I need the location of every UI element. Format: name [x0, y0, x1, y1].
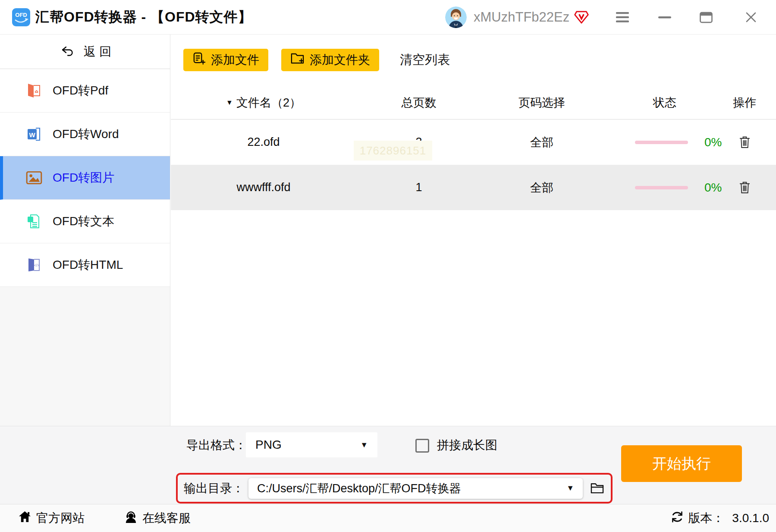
sort-desc-icon: ▼ — [226, 99, 233, 106]
output-directory-highlight: 输出目录： C:/Users/汇帮/Desktop/汇帮OFD转换器 ▼ — [176, 473, 613, 504]
sidebar-item-ofd-to-word[interactable]: W OFD转Word — [0, 113, 170, 156]
user-avatar[interactable] — [445, 6, 467, 28]
sidebar-item-label: OFD转HTML — [53, 257, 123, 273]
column-header-action: 操作 — [727, 95, 762, 110]
sidebar-item-label: OFD转图片 — [53, 170, 114, 186]
sidebar-item-ofd-to-text[interactable]: OFD转文本 — [0, 200, 170, 243]
version-info: 版本： 3.0.1.0 — [671, 510, 769, 526]
vip-badge-icon[interactable] — [574, 10, 589, 26]
add-folder-button[interactable]: 添加文件夹 — [281, 49, 379, 71]
sidebar-item-label: OFD转Word — [53, 126, 119, 142]
export-format-label: 导出格式： — [186, 433, 247, 458]
text-file-icon — [25, 212, 43, 230]
column-header-filename[interactable]: ▼ 文件名（2） — [171, 95, 356, 110]
stitch-long-image-checkbox[interactable] — [415, 439, 429, 453]
official-website-link[interactable]: 官方网站 — [18, 510, 85, 526]
toolbar: 添加文件 添加文件夹 清空列表 — [183, 49, 450, 71]
table-row: wwwfff.ofd 1 全部 0% — [171, 165, 776, 210]
page-count: 1 — [356, 181, 481, 194]
add-folder-label: 添加文件夹 — [310, 52, 370, 68]
online-support-link[interactable]: 在线客服 — [124, 510, 191, 526]
app-window: OFD 汇帮OFD转换器 - 【OFD转文件】 xMUzhTFb22Ez — [0, 0, 776, 532]
export-format-select[interactable]: PNG ▼ — [246, 432, 377, 457]
output-directory-select[interactable]: C:/Users/汇帮/Desktop/汇帮OFD转换器 ▼ — [248, 478, 583, 499]
column-header-status: 状态 — [602, 95, 727, 110]
sidebar: 返 回 OFD转Pdf W OFD转Word — [0, 35, 170, 426]
stitch-long-image-label: 拼接成长图 — [437, 433, 497, 458]
back-arrow-icon — [59, 43, 77, 61]
titlebar: OFD 汇帮OFD转换器 - 【OFD转文件】 xMUzhTFb22Ez — [0, 0, 776, 35]
status-cell: 0% — [602, 135, 727, 149]
close-button[interactable] — [741, 0, 761, 35]
official-website-label: 官方网站 — [36, 510, 85, 526]
add-file-button[interactable]: 添加文件 — [183, 49, 268, 71]
progress-bar — [635, 186, 688, 189]
sidebar-item-label: OFD转文本 — [53, 213, 114, 230]
chevron-down-icon: ▼ — [566, 484, 574, 493]
sidebar-item-ofd-to-pdf[interactable]: OFD转Pdf — [0, 69, 170, 113]
chevron-down-icon: ▼ — [360, 441, 368, 450]
maximize-button[interactable] — [696, 0, 716, 35]
minimize-button[interactable] — [655, 0, 675, 35]
online-support-label: 在线客服 — [142, 510, 191, 526]
file-name: wwwfff.ofd — [171, 181, 356, 194]
back-label: 返 回 — [84, 44, 111, 60]
status-cell: 0% — [602, 181, 727, 195]
progress-percent: 0% — [704, 181, 722, 195]
file-list-panel: 添加文件 添加文件夹 清空列表 ▼ 文件名（2） 总页数 页码选择 状 — [171, 35, 776, 426]
bottom-panel: 导出格式： PNG ▼ 拼接成长图 输出目录： C:/Users/汇帮/Desk… — [0, 426, 776, 504]
back-button[interactable]: 返 回 — [0, 35, 170, 69]
version-label: 版本： — [688, 510, 724, 526]
watermark-text: 1762896151 — [354, 141, 432, 161]
output-directory-value: C:/Users/汇帮/Desktop/汇帮OFD转换器 — [257, 481, 461, 496]
column-header-pages: 总页数 — [356, 95, 481, 110]
table-header: ▼ 文件名（2） 总页数 页码选择 状态 操作 — [171, 86, 776, 120]
window-title: 汇帮OFD转换器 - 【OFD转文件】 — [35, 0, 252, 35]
add-folder-icon — [290, 52, 305, 68]
word-icon: W — [25, 125, 43, 143]
version-value: 3.0.1.0 — [732, 511, 769, 525]
clear-list-button[interactable]: 清空列表 — [400, 51, 450, 69]
browse-folder-button[interactable] — [590, 482, 605, 495]
table-row: 22.ofd 3 全部 0% — [171, 120, 776, 165]
app-logo-icon: OFD — [12, 8, 30, 26]
output-directory-label: 输出目录： — [184, 480, 244, 497]
column-header-page-select: 页码选择 — [481, 95, 602, 110]
svg-text:OFD: OFD — [15, 12, 27, 18]
sidebar-item-label: OFD转Pdf — [53, 82, 108, 99]
sidebar-item-ofd-to-html[interactable]: </> OFD转HTML — [0, 243, 170, 287]
start-execute-button[interactable]: 开始执行 — [621, 445, 742, 482]
svg-text:</>: </> — [34, 263, 39, 268]
add-file-icon — [192, 52, 206, 68]
html-icon: </> — [25, 256, 43, 274]
page-select-value[interactable]: 全部 — [481, 135, 602, 150]
menu-icon[interactable] — [613, 0, 632, 35]
headset-person-icon — [124, 510, 138, 526]
username-label: xMUzhTFb22Ez — [474, 0, 569, 35]
svg-text:W: W — [29, 131, 35, 139]
add-file-label: 添加文件 — [211, 52, 259, 68]
delete-row-button[interactable] — [727, 135, 762, 149]
file-name: 22.ofd — [171, 135, 356, 149]
sidebar-item-ofd-to-image[interactable]: OFD转图片 — [0, 156, 170, 200]
refresh-icon[interactable] — [671, 511, 684, 526]
image-icon — [25, 169, 43, 187]
footer: 官方网站 在线客服 — [0, 504, 776, 532]
pdf-icon — [25, 82, 43, 100]
delete-row-button[interactable] — [727, 181, 762, 194]
progress-percent: 0% — [704, 135, 722, 149]
page-select-value[interactable]: 全部 — [481, 180, 602, 195]
home-icon — [18, 510, 31, 526]
export-format-value: PNG — [255, 438, 282, 452]
progress-bar — [635, 141, 688, 144]
